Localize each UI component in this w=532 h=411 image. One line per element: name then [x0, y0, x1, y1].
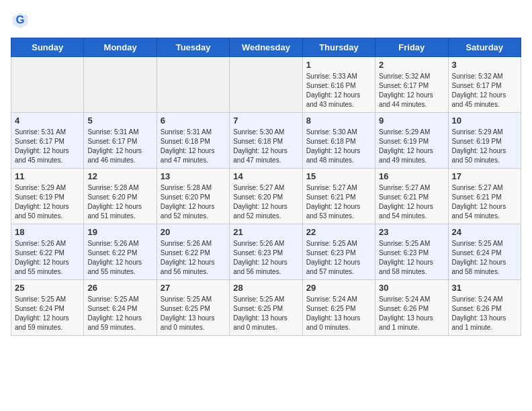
day-number: 8: [306, 116, 371, 126]
calendar-cell: 26Sunrise: 5:25 AM Sunset: 6:24 PM Dayli…: [84, 280, 157, 336]
calendar-week-2: 4Sunrise: 5:31 AM Sunset: 6:17 PM Daylig…: [11, 113, 521, 169]
day-content: Sunrise: 5:24 AM Sunset: 6:26 PM Dayligh…: [452, 295, 517, 332]
calendar-week-1: 1Sunrise: 5:33 AM Sunset: 6:16 PM Daylig…: [11, 57, 521, 113]
logo: G: [11, 11, 32, 30]
day-number: 6: [161, 116, 226, 126]
header-saturday: Saturday: [448, 38, 521, 57]
calendar-cell: 8Sunrise: 5:30 AM Sunset: 6:18 PM Daylig…: [302, 113, 375, 169]
header-row: SundayMondayTuesdayWednesdayThursdayFrid…: [11, 38, 521, 57]
day-content: Sunrise: 5:28 AM Sunset: 6:20 PM Dayligh…: [161, 183, 226, 221]
day-number: 14: [233, 171, 298, 181]
calendar-cell: 20Sunrise: 5:26 AM Sunset: 6:22 PM Dayli…: [157, 224, 229, 280]
header-tuesday: Tuesday: [157, 38, 229, 57]
calendar-cell: 18Sunrise: 5:26 AM Sunset: 6:22 PM Dayli…: [11, 224, 84, 280]
calendar-cell: 2Sunrise: 5:32 AM Sunset: 6:17 PM Daylig…: [375, 57, 448, 113]
logo-icon: G: [11, 11, 30, 30]
calendar-cell: 16Sunrise: 5:27 AM Sunset: 6:21 PM Dayli…: [375, 169, 448, 224]
day-content: Sunrise: 5:25 AM Sunset: 6:24 PM Dayligh…: [452, 239, 517, 277]
day-number: 26: [87, 283, 152, 293]
day-number: 13: [161, 171, 226, 181]
calendar-cell: 11Sunrise: 5:29 AM Sunset: 6:19 PM Dayli…: [11, 169, 84, 224]
day-content: Sunrise: 5:26 AM Sunset: 6:22 PM Dayligh…: [15, 239, 80, 277]
day-content: Sunrise: 5:31 AM Sunset: 6:18 PM Dayligh…: [161, 128, 226, 165]
calendar-header: SundayMondayTuesdayWednesdayThursdayFrid…: [11, 38, 521, 57]
day-number: 4: [15, 116, 80, 126]
day-number: 10: [452, 116, 517, 126]
day-content: Sunrise: 5:27 AM Sunset: 6:21 PM Dayligh…: [379, 183, 444, 221]
day-number: 21: [233, 227, 298, 237]
calendar-cell: 17Sunrise: 5:27 AM Sunset: 6:21 PM Dayli…: [448, 169, 521, 224]
day-number: 2: [379, 60, 444, 70]
calendar-cell: 5Sunrise: 5:31 AM Sunset: 6:17 PM Daylig…: [84, 113, 157, 169]
day-content: Sunrise: 5:28 AM Sunset: 6:20 PM Dayligh…: [87, 183, 152, 221]
calendar-cell: 25Sunrise: 5:25 AM Sunset: 6:24 PM Dayli…: [11, 280, 84, 336]
calendar-body: 1Sunrise: 5:33 AM Sunset: 6:16 PM Daylig…: [11, 57, 521, 336]
calendar-week-3: 11Sunrise: 5:29 AM Sunset: 6:19 PM Dayli…: [11, 169, 521, 224]
page-header: G: [11, 11, 521, 30]
day-number: 30: [379, 283, 444, 293]
calendar-week-4: 18Sunrise: 5:26 AM Sunset: 6:22 PM Dayli…: [11, 224, 521, 280]
calendar-cell: [230, 57, 302, 113]
calendar-cell: 12Sunrise: 5:28 AM Sunset: 6:20 PM Dayli…: [84, 169, 157, 224]
day-content: Sunrise: 5:25 AM Sunset: 6:24 PM Dayligh…: [87, 295, 152, 332]
day-number: 28: [233, 283, 298, 293]
day-number: 20: [161, 227, 226, 237]
calendar-cell: 3Sunrise: 5:32 AM Sunset: 6:17 PM Daylig…: [448, 57, 521, 113]
day-content: Sunrise: 5:27 AM Sunset: 6:20 PM Dayligh…: [233, 183, 298, 221]
day-content: Sunrise: 5:27 AM Sunset: 6:21 PM Dayligh…: [452, 183, 517, 221]
calendar-cell: 4Sunrise: 5:31 AM Sunset: 6:17 PM Daylig…: [11, 113, 84, 169]
day-content: Sunrise: 5:24 AM Sunset: 6:26 PM Dayligh…: [379, 295, 444, 332]
calendar-cell: 7Sunrise: 5:30 AM Sunset: 6:18 PM Daylig…: [230, 113, 302, 169]
calendar-cell: [157, 57, 229, 113]
day-content: Sunrise: 5:24 AM Sunset: 6:25 PM Dayligh…: [306, 295, 371, 332]
day-number: 19: [87, 227, 152, 237]
calendar-cell: 21Sunrise: 5:26 AM Sunset: 6:23 PM Dayli…: [230, 224, 302, 280]
day-content: Sunrise: 5:29 AM Sunset: 6:19 PM Dayligh…: [452, 128, 517, 165]
day-number: 29: [306, 283, 371, 293]
calendar-cell: 30Sunrise: 5:24 AM Sunset: 6:26 PM Dayli…: [375, 280, 448, 336]
day-number: 3: [452, 60, 517, 70]
day-number: 31: [452, 283, 517, 293]
day-number: 25: [15, 283, 80, 293]
day-number: 12: [87, 171, 152, 181]
day-number: 16: [379, 171, 444, 181]
calendar-table: SundayMondayTuesdayWednesdayThursdayFrid…: [11, 38, 521, 336]
header-sunday: Sunday: [11, 38, 84, 57]
day-number: 17: [452, 171, 517, 181]
day-number: 9: [379, 116, 444, 126]
calendar-cell: [84, 57, 157, 113]
day-content: Sunrise: 5:32 AM Sunset: 6:17 PM Dayligh…: [379, 72, 444, 109]
day-content: Sunrise: 5:25 AM Sunset: 6:25 PM Dayligh…: [233, 295, 298, 332]
calendar-cell: 10Sunrise: 5:29 AM Sunset: 6:19 PM Dayli…: [448, 113, 521, 169]
calendar-cell: 27Sunrise: 5:25 AM Sunset: 6:25 PM Dayli…: [157, 280, 229, 336]
day-content: Sunrise: 5:31 AM Sunset: 6:17 PM Dayligh…: [87, 128, 152, 165]
day-number: 18: [15, 227, 80, 237]
header-thursday: Thursday: [302, 38, 375, 57]
day-content: Sunrise: 5:25 AM Sunset: 6:23 PM Dayligh…: [379, 239, 444, 277]
day-number: 7: [233, 116, 298, 126]
svg-text:G: G: [15, 13, 24, 26]
day-content: Sunrise: 5:25 AM Sunset: 6:24 PM Dayligh…: [15, 295, 80, 332]
header-friday: Friday: [375, 38, 448, 57]
calendar-cell: 15Sunrise: 5:27 AM Sunset: 6:21 PM Dayli…: [302, 169, 375, 224]
calendar-cell: 13Sunrise: 5:28 AM Sunset: 6:20 PM Dayli…: [157, 169, 229, 224]
calendar-cell: 23Sunrise: 5:25 AM Sunset: 6:23 PM Dayli…: [375, 224, 448, 280]
day-number: 24: [452, 227, 517, 237]
day-content: Sunrise: 5:33 AM Sunset: 6:16 PM Dayligh…: [306, 72, 371, 109]
day-content: Sunrise: 5:25 AM Sunset: 6:25 PM Dayligh…: [161, 295, 226, 332]
day-content: Sunrise: 5:29 AM Sunset: 6:19 PM Dayligh…: [379, 128, 444, 165]
day-number: 15: [306, 171, 371, 181]
day-number: 23: [379, 227, 444, 237]
day-content: Sunrise: 5:25 AM Sunset: 6:23 PM Dayligh…: [306, 239, 371, 277]
day-content: Sunrise: 5:31 AM Sunset: 6:17 PM Dayligh…: [15, 128, 80, 165]
calendar-cell: 31Sunrise: 5:24 AM Sunset: 6:26 PM Dayli…: [448, 280, 521, 336]
day-content: Sunrise: 5:30 AM Sunset: 6:18 PM Dayligh…: [306, 128, 371, 165]
day-number: 1: [306, 60, 371, 70]
calendar-cell: 19Sunrise: 5:26 AM Sunset: 6:22 PM Dayli…: [84, 224, 157, 280]
day-content: Sunrise: 5:26 AM Sunset: 6:22 PM Dayligh…: [161, 239, 226, 277]
calendar-week-5: 25Sunrise: 5:25 AM Sunset: 6:24 PM Dayli…: [11, 280, 521, 336]
day-number: 27: [161, 283, 226, 293]
day-content: Sunrise: 5:26 AM Sunset: 6:22 PM Dayligh…: [87, 239, 152, 277]
calendar-cell: 1Sunrise: 5:33 AM Sunset: 6:16 PM Daylig…: [302, 57, 375, 113]
day-content: Sunrise: 5:30 AM Sunset: 6:18 PM Dayligh…: [233, 128, 298, 165]
